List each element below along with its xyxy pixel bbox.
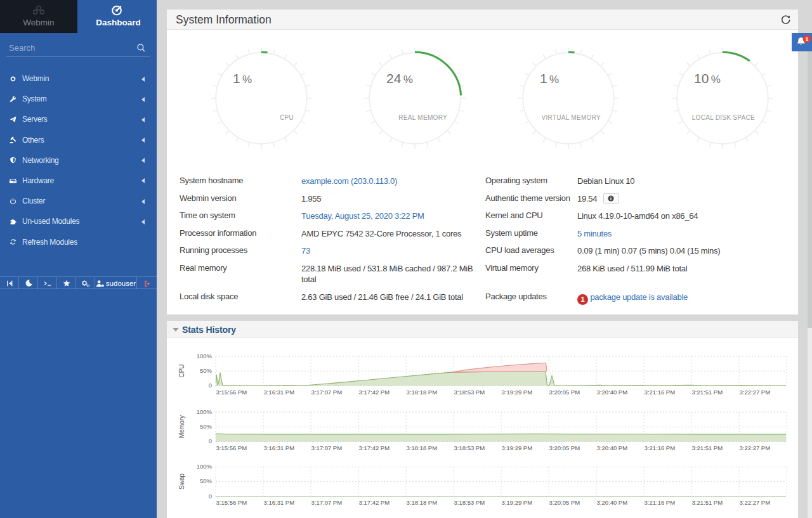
svg-text:3:16:31 PM: 3:16:31 PM [264, 444, 295, 451]
svg-text:3:20:40 PM: 3:20:40 PM [597, 499, 628, 506]
svg-text:3:15:56 PM: 3:15:56 PM [216, 499, 247, 506]
svg-text:3:22:27 PM: 3:22:27 PM [740, 499, 771, 506]
svg-text:3:21:16 PM: 3:21:16 PM [645, 444, 676, 451]
svg-text:3:18:18 PM: 3:18:18 PM [407, 499, 438, 506]
svg-text:100%: 100% [197, 353, 213, 359]
svg-text:3:15:56 PM: 3:15:56 PM [216, 444, 247, 451]
svg-text:3:18:18 PM: 3:18:18 PM [407, 444, 438, 451]
svg-text:0: 0 [209, 493, 212, 500]
svg-text:50%: 50% [200, 367, 213, 374]
svg-text:3:17:42 PM: 3:17:42 PM [359, 499, 390, 506]
svg-text:3:20:05 PM: 3:20:05 PM [549, 389, 580, 396]
svg-text:50%: 50% [200, 477, 213, 484]
svg-text:3:21:51 PM: 3:21:51 PM [692, 499, 723, 506]
svg-text:100%: 100% [197, 408, 213, 415]
svg-text:3:20:05 PM: 3:20:05 PM [549, 444, 580, 451]
svg-text:3:18:53 PM: 3:18:53 PM [454, 444, 485, 451]
svg-text:3:15:56 PM: 3:15:56 PM [216, 389, 247, 396]
svg-text:3:18:18 PM: 3:18:18 PM [407, 389, 438, 396]
svg-text:3:20:05 PM: 3:20:05 PM [549, 499, 580, 506]
svg-text:3:18:53 PM: 3:18:53 PM [454, 389, 485, 396]
svg-text:3:20:40 PM: 3:20:40 PM [597, 444, 628, 451]
svg-text:3:22:27 PM: 3:22:27 PM [740, 389, 771, 396]
svg-text:Memory: Memory [178, 415, 185, 438]
svg-text:CPU: CPU [178, 364, 185, 377]
svg-text:3:21:16 PM: 3:21:16 PM [645, 499, 676, 506]
svg-text:50%: 50% [200, 423, 213, 430]
svg-text:3:16:31 PM: 3:16:31 PM [264, 389, 295, 396]
svg-text:3:17:42 PM: 3:17:42 PM [359, 389, 390, 396]
svg-text:3:16:31 PM: 3:16:31 PM [264, 499, 295, 506]
svg-text:0: 0 [209, 382, 212, 389]
svg-text:3:22:27 PM: 3:22:27 PM [740, 444, 771, 451]
svg-text:3:17:07 PM: 3:17:07 PM [311, 499, 343, 506]
svg-text:3:20:40 PM: 3:20:40 PM [597, 389, 628, 396]
svg-text:3:19:29 PM: 3:19:29 PM [502, 389, 533, 396]
svg-text:3:19:29 PM: 3:19:29 PM [502, 444, 533, 451]
svg-text:Swap: Swap [178, 474, 185, 489]
svg-text:3:19:29 PM: 3:19:29 PM [502, 499, 533, 506]
svg-text:3:21:51 PM: 3:21:51 PM [692, 389, 723, 396]
svg-text:0: 0 [209, 437, 212, 444]
svg-text:3:17:07 PM: 3:17:07 PM [311, 444, 343, 451]
svg-text:1: 1 [805, 36, 809, 42]
svg-text:3:17:07 PM: 3:17:07 PM [311, 389, 343, 396]
svg-text:3:17:42 PM: 3:17:42 PM [359, 444, 390, 451]
svg-text:3:21:16 PM: 3:21:16 PM [645, 389, 676, 396]
svg-text:3:21:51 PM: 3:21:51 PM [692, 444, 723, 451]
svg-text:100%: 100% [197, 463, 213, 470]
svg-text:3:18:53 PM: 3:18:53 PM [454, 499, 485, 506]
